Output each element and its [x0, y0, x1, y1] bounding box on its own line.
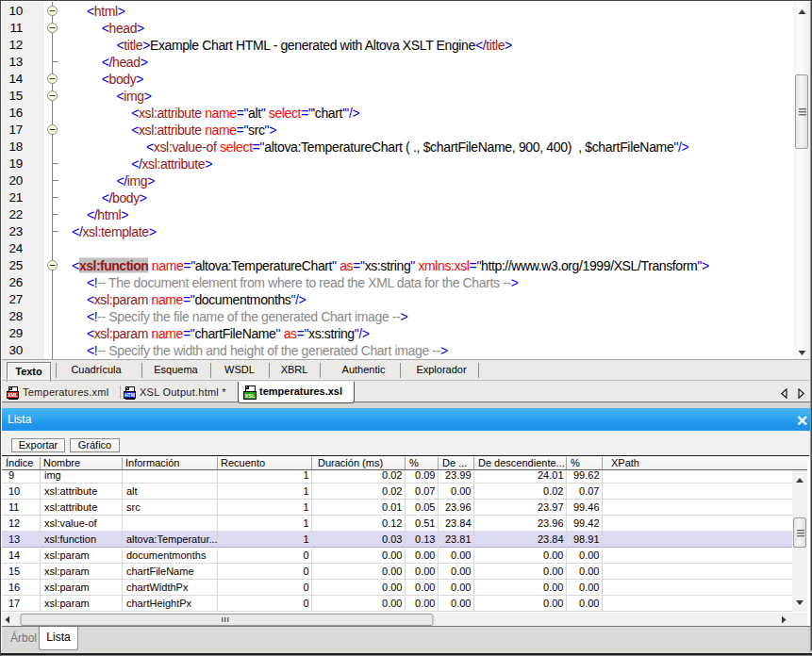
svg-text:XSL: XSL — [245, 393, 256, 399]
svg-text:HTM: HTM — [124, 392, 135, 398]
svg-text:XML: XML — [8, 392, 19, 398]
